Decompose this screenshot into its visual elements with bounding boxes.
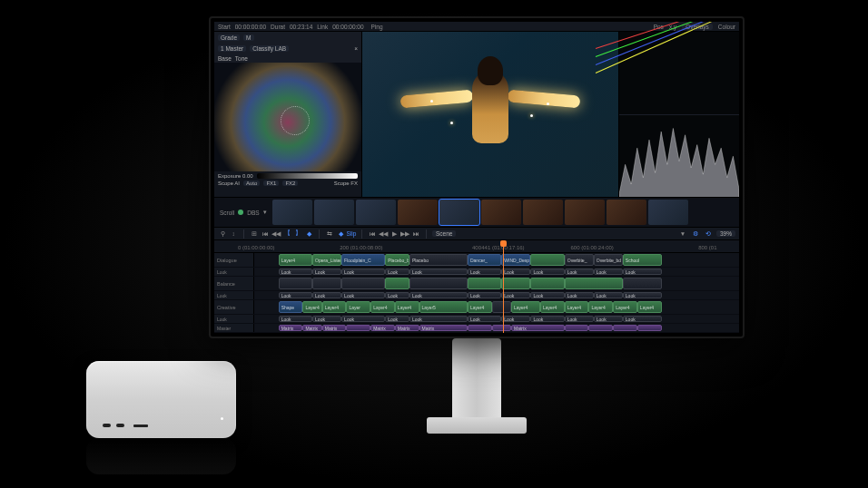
timeline-clip[interactable] xyxy=(492,325,511,331)
look-segment[interactable]: Look xyxy=(565,268,594,275)
timeline-clip[interactable]: Overbite_bd xyxy=(594,254,623,266)
track-header[interactable]: Master xyxy=(214,324,254,332)
look-segment[interactable]: Look xyxy=(409,292,468,298)
step-fwd-icon[interactable]: ▶▶ xyxy=(400,229,409,239)
timeline-clip[interactable] xyxy=(530,254,564,266)
bracket-out-icon[interactable]: 】 xyxy=(293,229,302,239)
timeline-clip[interactable] xyxy=(468,325,492,331)
look-segment[interactable]: Look xyxy=(385,268,409,275)
clip-thumbnail[interactable] xyxy=(314,200,354,225)
look-segment[interactable]: Look xyxy=(279,292,312,298)
refresh-icon[interactable]: ⟲ xyxy=(704,229,713,239)
track-body[interactable]: LookLookLookLookLookLookLookLookLookLook… xyxy=(254,315,739,323)
look-segment[interactable]: Look xyxy=(594,268,623,275)
ping-indicator[interactable]: Ping xyxy=(371,24,383,30)
search-icon[interactable]: ⚲ xyxy=(218,229,227,239)
scene-dropdown[interactable]: Scene xyxy=(432,230,456,237)
look-segment[interactable]: Look xyxy=(312,316,341,322)
track-header[interactable]: Creative xyxy=(214,300,254,314)
track-body[interactable]: LookLookLookLookLookLookLookLookLookLook… xyxy=(254,268,739,276)
colour-panel-toggle[interactable]: Colour xyxy=(718,24,735,30)
chevron-down-icon[interactable]: ▾ xyxy=(263,209,267,216)
timeline-clip[interactable]: Layer4 xyxy=(279,254,312,266)
track-body[interactable]: LookLookLookLookLookLookLookLookLookLook… xyxy=(254,291,739,299)
rgb-parade-scope[interactable] xyxy=(619,32,739,114)
clip-thumbnail[interactable] xyxy=(565,200,605,225)
timeline-clip[interactable]: Layer5 xyxy=(419,301,468,313)
clip-thumbnail[interactable] xyxy=(523,200,563,225)
go-end-icon[interactable]: ⏭ xyxy=(411,229,420,239)
timeline-clip[interactable] xyxy=(468,278,501,289)
timeline-clip[interactable]: Layer4 xyxy=(322,301,347,313)
timeline-clip[interactable]: Layer4 xyxy=(468,301,492,313)
step-back-icon[interactable]: ◀◀ xyxy=(379,229,388,239)
timeline-clip[interactable]: Placebo_b xyxy=(385,254,409,266)
timeline-clip[interactable] xyxy=(565,278,623,289)
clip-thumbnail[interactable] xyxy=(356,200,396,225)
timeline-clip[interactable]: Matrix xyxy=(322,325,347,331)
tone-tab[interactable]: Tone xyxy=(235,55,248,62)
look-segment[interactable]: Look xyxy=(312,292,341,298)
track-header[interactable]: Balance xyxy=(214,277,254,290)
timeline-ruler[interactable]: 0 (01:00:00:00)200 (01:00:08:00)400441 (… xyxy=(214,240,739,253)
timeline-clip[interactable]: Layer4 xyxy=(302,301,321,313)
clip-thumbnail-active[interactable] xyxy=(439,200,479,225)
sort-icon[interactable]: ↕ xyxy=(229,229,238,239)
timeline-clip[interactable]: Floodplain_C xyxy=(341,254,385,266)
base-tab[interactable]: Base xyxy=(218,55,232,62)
look-segment[interactable]: Look xyxy=(341,268,385,275)
look-segment[interactable]: Look xyxy=(530,268,564,275)
look-segment[interactable]: Look xyxy=(501,268,530,275)
timeline-clip[interactable]: Matrix xyxy=(279,325,303,331)
gear-icon[interactable]: ⚙ xyxy=(691,229,700,239)
look-segment[interactable]: Look xyxy=(565,316,594,322)
marker-down-icon[interactable]: ▼ xyxy=(678,229,687,239)
go-start-icon[interactable]: ⏮ xyxy=(368,229,377,239)
timeline-clip[interactable] xyxy=(637,325,662,331)
playhead[interactable] xyxy=(503,240,504,333)
timeline-clip[interactable] xyxy=(623,278,662,289)
go-start-button[interactable]: ⏮ xyxy=(261,229,270,239)
master-layer[interactable]: 1 Master xyxy=(218,45,246,52)
timeline-clip[interactable]: Layer4 xyxy=(565,301,589,313)
timeline-clip[interactable]: Matrix xyxy=(395,325,419,331)
look-segment[interactable]: Look xyxy=(594,292,623,298)
prev-button[interactable]: ◀◀ xyxy=(271,229,281,239)
look-segment[interactable]: Look xyxy=(468,316,501,322)
timeline-clip[interactable]: Matrix xyxy=(419,325,468,331)
slip-tool[interactable]: Slip xyxy=(347,229,356,239)
clip-thumbnail[interactable] xyxy=(272,200,312,225)
timeline-clip[interactable]: Matrix xyxy=(302,325,321,331)
look-segment[interactable]: Look xyxy=(530,292,564,298)
look-segment[interactable]: Look xyxy=(623,292,662,298)
timeline-clip[interactable] xyxy=(501,278,530,289)
timeline-clip[interactable]: WIND_Desperate_En xyxy=(501,254,530,266)
look-segment[interactable]: Look xyxy=(501,292,530,298)
lock-icon[interactable]: ⇆ xyxy=(325,229,334,239)
track-body[interactable] xyxy=(254,277,739,290)
track-header[interactable]: Look xyxy=(214,315,254,323)
timeline-clip[interactable]: Dancer_ xyxy=(468,254,501,266)
timeline-clip[interactable]: Layer4 xyxy=(637,301,662,313)
timeline-clip[interactable] xyxy=(346,325,370,331)
timeline-clip[interactable]: Matrix xyxy=(511,325,565,331)
clip-thumbnail[interactable] xyxy=(481,200,521,225)
classify-mode[interactable]: Classify LAB xyxy=(250,45,289,52)
track-header[interactable]: Look xyxy=(214,268,254,276)
timeline-clip[interactable]: Layer4 xyxy=(588,301,613,313)
look-segment[interactable]: Look xyxy=(623,268,662,275)
auto-button[interactable]: Auto xyxy=(243,181,260,186)
fx2-button[interactable]: FX2 xyxy=(282,181,298,186)
timeline-clip[interactable]: Placebo xyxy=(409,254,468,266)
exposure-slider[interactable] xyxy=(257,173,358,179)
track-body[interactable]: ShapeLayer4Layer4LayerLayer4Layer4Layer5… xyxy=(254,300,739,314)
clip-thumbnail[interactable] xyxy=(398,200,438,225)
bracket-in-icon[interactable]: 【 xyxy=(282,229,291,239)
timeline-clip[interactable] xyxy=(341,278,385,289)
timeline-clip[interactable]: Layer4 xyxy=(540,301,565,313)
timeline-clip[interactable]: Opera_Listener xyxy=(312,254,341,266)
look-segment[interactable]: Look xyxy=(501,316,530,322)
timeline-clip[interactable] xyxy=(312,278,341,289)
close-icon[interactable]: × xyxy=(354,45,358,52)
look-segment[interactable]: Look xyxy=(623,316,662,322)
